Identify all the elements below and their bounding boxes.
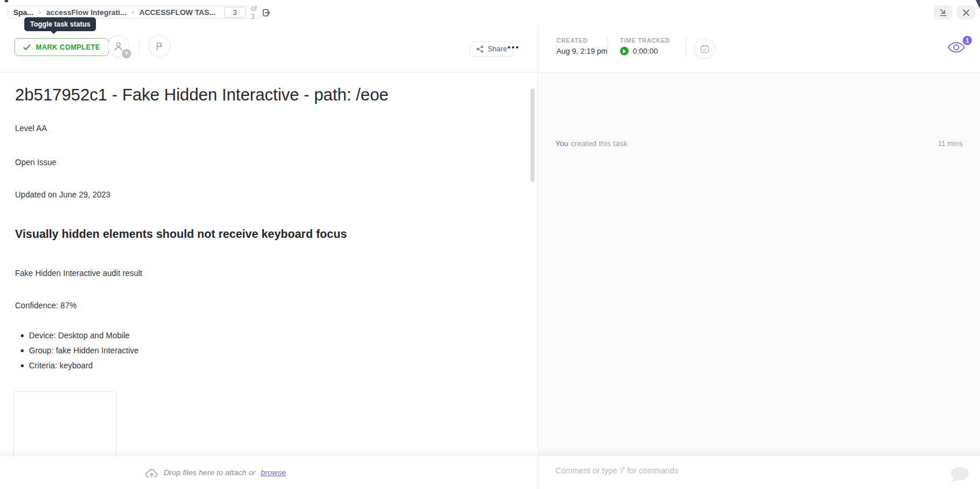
task-paragraph: Level AA [15, 124, 47, 133]
activity-item: You created this task 11 mins [555, 139, 963, 148]
tooltip-toggle-task-status: Toggle task status [24, 17, 96, 31]
task-paragraph: Updated on June 29, 2023 [15, 190, 110, 200]
check-icon [23, 44, 31, 51]
minimize-task-button[interactable] [934, 5, 952, 20]
created-label: CREATED [556, 37, 607, 44]
attachment-placeholder[interactable] [13, 391, 117, 456]
breadcrumb-space[interactable]: Spa... [13, 8, 34, 17]
task-index-total: of 3 [251, 5, 257, 21]
chevron-right-icon: › [39, 8, 41, 16]
set-due-date-button[interactable] [694, 38, 715, 59]
task-section-heading: Visually hidden elements should not rece… [15, 227, 347, 241]
content-scrollbar[interactable] [530, 88, 534, 182]
set-priority-button[interactable] [149, 35, 170, 57]
activity-feed: You created this task 11 mins [538, 73, 980, 456]
dock-arrow-icon [938, 8, 948, 17]
activity-header: CREATED Aug 9, 2:19 pm TIME TRACKED 0:00… [538, 24, 980, 73]
watchers-button[interactable]: 1 [946, 38, 974, 61]
open-in-new-icon[interactable] [262, 8, 271, 17]
calendar-check-icon [699, 43, 710, 54]
created-value: Aug 9, 2:19 pm [556, 47, 607, 55]
comment-bar [538, 456, 980, 489]
play-icon [622, 49, 626, 54]
drop-files-text: Drop files here to attach or [164, 468, 255, 477]
browse-link[interactable]: browse [261, 468, 286, 477]
share-icon [476, 45, 484, 53]
chevron-right-icon: › [132, 8, 134, 16]
task-bullet-list: Device: Desktop and Mobile Group: fake H… [29, 328, 139, 373]
background-artifact [5, 0, 8, 2]
close-task-button[interactable] [957, 5, 975, 20]
breadcrumb-folder[interactable]: accessFlow Integrati... [46, 8, 127, 17]
cloud-upload-icon [145, 467, 158, 479]
task-index-input[interactable] [224, 7, 246, 18]
meta-divider [607, 38, 608, 58]
watcher-count-badge: 1 [962, 35, 973, 46]
bullet-item: Group: fake Hidden Interactive [29, 343, 139, 358]
time-tracked-value: 0:00:00 [633, 47, 658, 55]
flag-icon [154, 41, 165, 51]
background-artifact-corner [975, 0, 980, 9]
task-toolbar: MARK COMPLETE + [0, 24, 537, 73]
mark-complete-button[interactable]: MARK COMPLETE [14, 38, 109, 56]
add-assignee-button[interactable]: + [107, 35, 129, 57]
time-tracked-label: TIME TRACKED [620, 37, 670, 44]
time-tracked-meta: TIME TRACKED 0:00:00 [620, 37, 670, 55]
meta-divider [686, 38, 686, 58]
comment-bubble-icon[interactable] [949, 466, 970, 484]
breadcrumb-list[interactable]: ACCESSFLOW TAS... [139, 8, 216, 17]
activity-panel: CREATED Aug 9, 2:19 pm TIME TRACKED 0:00… [537, 24, 980, 489]
task-body: 2b517952c1 - Fake Hidden Interactive - p… [0, 73, 537, 456]
task-detail-panel: MARK COMPLETE + [0, 24, 537, 489]
created-meta: CREATED Aug 9, 2:19 pm [556, 37, 607, 55]
task-paragraph: Fake Hidden Interactive audit result [15, 268, 142, 278]
bullet-item: Criteria: keyboard [29, 358, 139, 373]
more-options-button[interactable] [506, 44, 521, 51]
plus-icon: + [122, 49, 131, 58]
attachment-dropzone[interactable]: Drop files here to attach or browse [0, 456, 537, 489]
comment-input[interactable] [555, 466, 879, 475]
activity-timestamp: 11 mins [938, 140, 963, 148]
toolbar-divider [139, 39, 139, 54]
task-title[interactable]: 2b517952c1 - Fake Hidden Interactive - p… [15, 85, 388, 104]
task-modal: Spa... › accessFlow Integrati... › ACCES… [0, 0, 980, 489]
task-paragraph: Open Issue [15, 158, 57, 167]
start-timer-button[interactable] [620, 47, 629, 55]
close-icon [962, 9, 970, 17]
bullet-item: Device: Desktop and Mobile [29, 328, 139, 343]
task-paragraph: Confidence: 87% [15, 301, 77, 311]
activity-action: created this task [571, 139, 628, 148]
top-bar: Spa... › accessFlow Integrati... › ACCES… [0, 0, 980, 24]
activity-actor[interactable]: You [555, 139, 569, 148]
